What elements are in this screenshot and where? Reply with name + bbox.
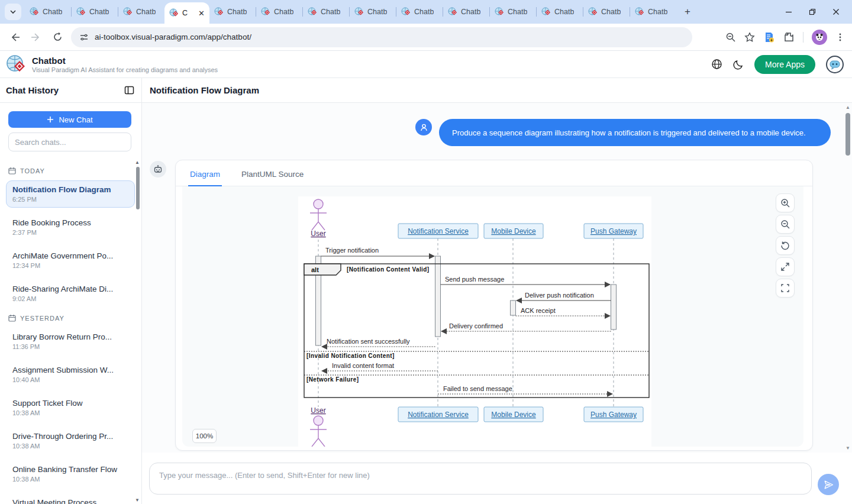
bookmark-star-icon[interactable] [744,32,755,43]
sequence-diagram: User Notification Service Mobile Device … [298,196,651,447]
url-bar[interactable]: ai-toolbox.visual-paradigm.com/app/chatb… [71,27,692,47]
sidebar-scrollbar-thumb[interactable] [136,167,140,209]
tab-close-icon[interactable]: ✕ [198,9,205,17]
participant-label: Mobile Device [491,411,536,419]
scroll-up-icon[interactable]: ▲ [845,105,850,110]
new-tab-button[interactable]: + [680,4,695,20]
sidebar-title: Chat History [6,85,59,95]
browser-tab[interactable]: Chatb [118,0,164,24]
fragment-operator: alt [311,266,319,273]
chat-item-time: 12:34 PM [12,262,128,269]
tab-search-button[interactable] [5,4,21,20]
browser-tab[interactable]: Chatb [209,0,256,24]
dark-mode-button[interactable] [733,59,744,70]
window-restore-button[interactable] [806,5,819,18]
zoom-page-icon[interactable] [725,32,736,43]
chat-item[interactable]: Ride Booking Process 2:37 PM [6,214,135,241]
chatbot-favicon-icon [448,7,457,17]
diagram-tabbar: Diagram PlantUML Source [176,160,812,186]
back-button[interactable] [6,28,24,46]
forward-button[interactable] [27,28,45,46]
message-input[interactable] [149,463,812,495]
message-label: Send push message [445,276,504,283]
conversation-titlebar: Notification Flow Diagram [142,78,852,103]
moon-icon [733,59,744,70]
browser-tab[interactable]: Chatb [303,0,349,24]
reset-view-button[interactable] [776,236,795,255]
browser-tab[interactable]: Chatb [583,0,630,24]
chat-item[interactable]: Ride-Sharing ArchiMate Di... 9:02 AM [6,280,135,307]
section-label: TODAY [20,167,45,175]
zoom-out-icon [780,219,790,229]
extensions-icon[interactable] [783,31,795,43]
zoom-in-button[interactable] [776,193,795,212]
browser-tab[interactable]: Chatb [630,0,676,24]
collapse-sidebar-icon[interactable] [124,85,134,95]
tab-title: Chatb [648,8,667,16]
chat-item[interactable]: Assignment Submission W... 10:40 AM [6,361,135,388]
sidebar-scroll-up-icon[interactable]: ▲ [135,160,140,165]
fullscreen-button[interactable] [776,279,795,298]
browser-tab[interactable]: Chatb [443,0,489,24]
tab-title: Chatb [89,8,109,16]
sidebar: Chat History New Chat TODAY Notification… [0,78,142,504]
reload-button[interactable] [49,28,66,46]
language-globe-button[interactable] [711,59,722,70]
browser-tab[interactable]: Chatb [25,0,71,24]
chat-item[interactable]: Virtual Meeting Process [6,493,135,504]
browser-tab-active[interactable]: C✕ [164,2,209,24]
message-input-bar [142,453,852,504]
zoom-out-button[interactable] [776,215,795,234]
conversation-scroll-area: Produce a sequence diagram illustrating … [142,103,852,453]
sidebar-scroll-down-icon[interactable]: ▼ [135,497,140,503]
send-icon [824,480,834,490]
more-apps-button[interactable]: More Apps [754,55,815,74]
chat-item[interactable]: Support Ticket Flow 10:38 AM [6,394,135,421]
diagram-viewport[interactable]: User Notification Service Mobile Device … [182,186,803,447]
chat-item[interactable]: ArchiMate Government Po... 12:34 PM [6,247,135,274]
user-message-bubble: Produce a sequence diagram illustrating … [439,119,831,146]
chatbot-favicon-icon [261,7,270,17]
chat-item[interactable]: Drive-Through Ordering Pr... 10:38 AM [6,427,135,454]
chat-item-time: 10:38 AM [12,442,128,450]
chat-item[interactable]: Notification Flow Diagram 6:25 PM [6,180,135,208]
app-header: Chatbot Visual Paradigm AI Assistant for… [0,51,852,78]
main-scrollbar-thumb[interactable] [845,113,850,156]
chat-item[interactable]: Online Banking Transfer Flow 10:38 AM [6,460,135,487]
robot-icon [153,164,163,174]
browser-tab[interactable]: Chatb [537,0,583,24]
tab-diagram[interactable]: Diagram [190,170,220,186]
browser-tab[interactable]: Chatb [490,0,536,24]
search-chats-input[interactable] [8,133,131,151]
tab-title: Chatb [508,8,527,16]
tab-plantuml-source[interactable]: PlantUML Source [241,170,304,186]
browser-tab[interactable]: Chatb [72,0,118,24]
chatbot-favicon-icon [635,7,644,17]
send-button[interactable] [818,474,839,495]
actor-user-bottom [310,416,327,447]
tab-title: C [182,9,188,17]
toolbar-separator [803,32,803,43]
restore-icon [809,8,816,15]
zoom-level-badge[interactable]: 100% [192,429,217,443]
back-icon [9,32,20,43]
browser-tab[interactable]: Chatb [350,0,396,24]
window-controls [782,5,852,18]
panda-avatar-icon [815,33,824,42]
browser-tab[interactable]: Chatb [256,0,302,24]
scroll-down-icon[interactable]: ▼ [845,445,850,451]
chat-item-title: Support Ticket Flow [12,399,128,408]
browser-profile-avatar[interactable] [812,30,827,45]
chatbot-favicon-icon [588,7,598,17]
browser-menu-kebab-icon[interactable] [835,33,845,42]
chat-item[interactable]: Library Borrow Return Pro... 11:36 PM [6,328,135,355]
window-minimize-button[interactable] [782,5,795,18]
browser-tab[interactable]: Chatb [396,0,443,24]
chatbot-avatar-button[interactable] [826,56,844,73]
new-chat-button[interactable]: New Chat [8,111,131,128]
reading-list-extension-icon[interactable] [763,31,775,43]
chat-item-time: 9:02 AM [12,295,128,302]
fit-expand-button[interactable] [776,257,795,276]
calendar-icon [8,167,16,175]
window-close-button[interactable] [830,5,843,18]
